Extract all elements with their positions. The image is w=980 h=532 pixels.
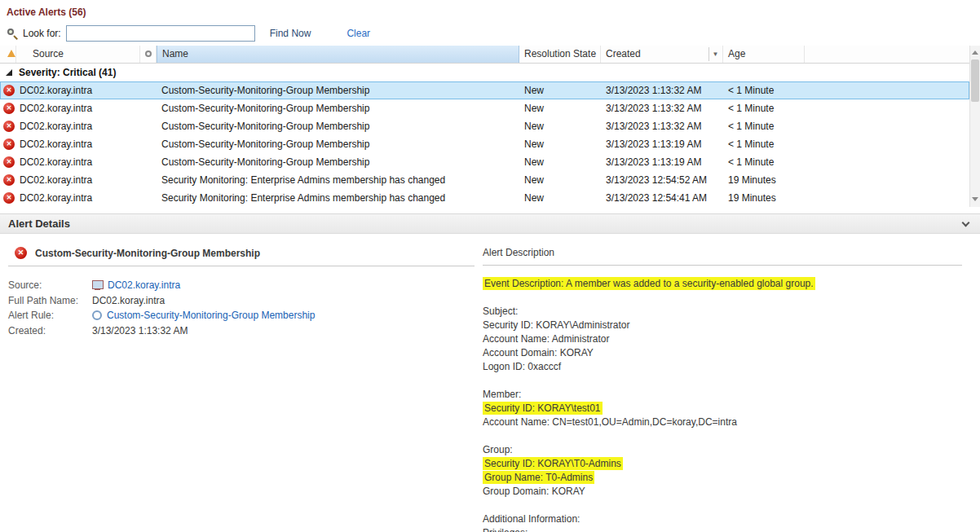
table-body: DC02.koray.intraCustom-Security-Monitori… — [0, 81, 969, 207]
description-line: Subject: — [483, 305, 962, 319]
column-header-source[interactable]: Source — [16, 46, 140, 63]
look-cell — [140, 171, 157, 189]
filler-cell — [805, 135, 969, 153]
resolution-state-cell: New — [519, 135, 601, 153]
page-title: Active Alerts (56) — [0, 0, 980, 23]
scrollbar-down-button[interactable] — [970, 194, 980, 205]
created-cell: 3/13/2023 1:13:19 AM — [601, 135, 723, 153]
column-header-age[interactable]: Age — [723, 46, 805, 63]
column-header-filler — [805, 46, 969, 63]
column-header-created[interactable]: Created▼ — [601, 46, 723, 63]
severity-cell — [0, 189, 16, 207]
field-value-link[interactable]: DC02.koray.intra — [108, 279, 180, 291]
detail-field-row: Full Path Name:DC02.koray.intra — [8, 293, 483, 309]
field-value: Custom-Security-Monitoring-Group Members… — [92, 308, 315, 323]
name-cell: Custom-Security-Monitoring-Group Members… — [157, 135, 519, 153]
severity-cell — [0, 99, 16, 117]
look-cell — [140, 189, 157, 207]
resolution-state-cell: New — [519, 153, 601, 171]
created-cell: 3/13/2023 1:13:19 AM — [601, 153, 723, 171]
clear-button[interactable]: Clear — [347, 28, 370, 39]
name-cell: Custom-Security-Monitoring-Group Members… — [157, 117, 519, 135]
divider — [8, 266, 475, 266]
column-header-name[interactable]: Name — [157, 46, 519, 63]
critical-alert-icon — [3, 103, 15, 114]
resolution-state-cell: New — [519, 117, 601, 135]
severity-cell — [0, 81, 16, 99]
field-value-text: 3/13/2023 1:13:32 AM — [92, 325, 188, 336]
description-line — [483, 291, 962, 305]
table-row[interactable]: DC02.koray.intraCustom-Security-Monitori… — [0, 81, 969, 99]
critical-alert-icon — [3, 85, 15, 96]
age-cell: < 1 Minute — [723, 81, 805, 99]
search-input[interactable] — [66, 25, 255, 42]
details-right-pane: Alert Description Event Description: A m… — [483, 247, 980, 532]
description-line: Group Name: T0-Admins — [483, 471, 962, 485]
description-line: Privileges: - — [483, 526, 962, 532]
created-cell: 3/13/2023 1:13:32 AM — [601, 99, 723, 117]
field-label: Alert Rule: — [8, 308, 92, 323]
description-line — [483, 374, 962, 388]
detail-field-row: Source:DC02.koray.intra — [8, 278, 483, 293]
name-cell: Custom-Security-Monitoring-Group Members… — [157, 153, 519, 171]
source-cell: DC02.koray.intra — [16, 153, 140, 171]
details-fields: Source:DC02.koray.intraFull Path Name:DC… — [8, 278, 483, 338]
created-cell: 3/13/2023 12:54:52 AM — [601, 171, 723, 189]
detail-field-row: Alert Rule:Custom-Security-Monitoring-Gr… — [8, 308, 483, 323]
severity-cell — [0, 171, 16, 189]
table-row[interactable]: DC02.koray.intraSecurity Monitoring: Ent… — [0, 171, 969, 189]
alert-details-bar: Alert Details — [0, 213, 980, 234]
age-cell: 19 Minutes — [723, 171, 805, 189]
group-expander-icon[interactable] — [6, 69, 12, 76]
look-column-header[interactable] — [140, 46, 157, 63]
find-now-button[interactable]: Find Now — [270, 28, 311, 39]
resolution-state-cell: New — [519, 99, 601, 117]
field-value-text: DC02.koray.intra — [92, 295, 165, 306]
created-filter-dropdown-icon[interactable]: ▼ — [709, 47, 722, 61]
description-line: Account Domain: KORAY — [483, 346, 962, 360]
alert-description-header: Alert Description — [483, 247, 962, 258]
table-header-row: Source Name Resolution State Created▼ Ag… — [0, 46, 969, 64]
scrollbar-thumb[interactable] — [971, 59, 979, 102]
table-row[interactable]: DC02.koray.intraCustom-Security-Monitori… — [0, 153, 969, 171]
description-line: Group: — [483, 443, 962, 457]
resolution-state-cell: New — [519, 189, 601, 207]
alerts-table: Source Name Resolution State Created▼ Ag… — [0, 46, 980, 207]
severity-cell — [0, 117, 16, 135]
column-header-resolution-state[interactable]: Resolution State — [519, 46, 601, 63]
table-row[interactable]: DC02.koray.intraCustom-Security-Monitori… — [0, 99, 969, 117]
severity-cell — [0, 153, 16, 171]
resolution-state-cell: New — [519, 171, 601, 189]
filler-cell — [805, 117, 969, 135]
group-header-severity-critical[interactable]: Severity: Critical (41) — [0, 64, 969, 81]
table-row[interactable]: DC02.koray.intraSecurity Monitoring: Ent… — [0, 189, 969, 207]
description-line: Event Description: A member was added to… — [483, 277, 962, 291]
name-cell: Security Monitoring: Enterprise Admins m… — [157, 189, 519, 207]
table-vertical-scrollbar[interactable] — [969, 46, 980, 207]
field-label: Created: — [8, 323, 92, 339]
description-line: Security ID: KORAY\T0-Admins — [483, 457, 962, 471]
source-cell: DC02.koray.intra — [16, 135, 140, 153]
computer-icon — [92, 280, 103, 290]
created-header-label: Created — [606, 48, 641, 59]
severity-cell — [0, 135, 16, 153]
severity-column-icon — [7, 50, 15, 57]
table-row[interactable]: DC02.koray.intraCustom-Security-Monitori… — [0, 135, 969, 153]
table-row[interactable]: DC02.koray.intraCustom-Security-Monitori… — [0, 117, 969, 135]
description-line: Security ID: KORAY\Administrator — [483, 319, 962, 332]
critical-alert-icon — [3, 156, 15, 168]
scrollbar-up-button[interactable] — [970, 47, 980, 59]
source-cell: DC02.koray.intra — [16, 117, 140, 135]
details-alert-title: Custom-Security-Monitoring-Group Members… — [35, 248, 260, 259]
created-cell: 3/13/2023 12:54:41 AM — [601, 189, 723, 207]
description-line: Group Domain: KORAY — [483, 485, 962, 499]
created-cell: 3/13/2023 1:13:32 AM — [601, 117, 723, 135]
description-line: Account Name: CN=test01,OU=Admin,DC=kora… — [483, 415, 962, 429]
look-cell — [140, 99, 157, 117]
field-value-link[interactable]: Custom-Security-Monitoring-Group Members… — [107, 310, 315, 321]
age-cell: < 1 Minute — [723, 117, 805, 135]
collapse-details-chevron-icon[interactable] — [962, 218, 970, 226]
filler-cell — [805, 171, 969, 189]
severity-column-header[interactable] — [0, 46, 16, 63]
look-cell — [140, 117, 157, 135]
